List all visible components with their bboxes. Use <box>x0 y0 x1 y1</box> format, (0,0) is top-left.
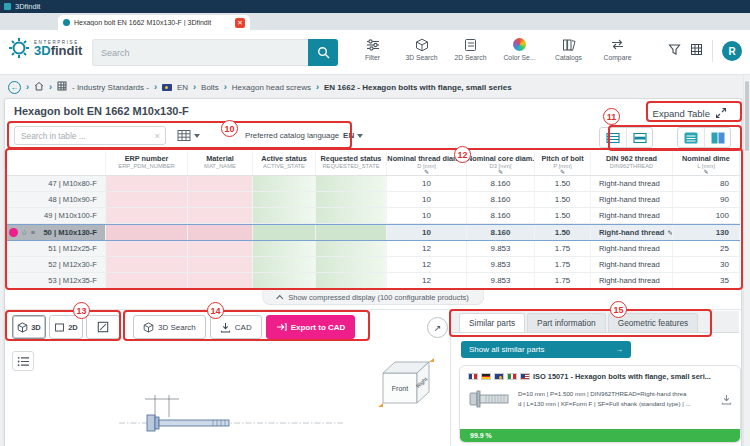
edit-pencil-icon[interactable]: ✎ <box>703 168 708 175</box>
column-din-962-thread[interactable]: DIN 962 threadDIN962THREAD <box>591 151 673 175</box>
edit-pencil-icon[interactable]: ✎ <box>424 168 429 175</box>
arrow-up-right-icon: ↗ <box>434 323 442 333</box>
table-row[interactable]: 47 | M10x80-F 10 8.160 1.50 Right-hand t… <box>6 176 740 192</box>
erp-cell <box>106 241 188 256</box>
tool-filter[interactable]: Filter <box>348 37 397 61</box>
table-row[interactable]: 53 | M12x35-F 12 9.853 1.75 Right-hand t… <box>6 273 740 289</box>
table-row[interactable]: 49 | M10x100-F 10 8.160 1.50 Right-hand … <box>6 208 740 224</box>
orientation-cube[interactable]: Front Right <box>373 349 443 407</box>
breadcrumb-item-current[interactable]: EN 1662 - Hexagon bolts with flange, sma… <box>324 83 512 92</box>
browser-tab[interactable]: Hexagon bolt EN 1662 M10x130-F | 3Dfindi… <box>58 15 250 30</box>
edit-pencil-icon[interactable]: ✎ <box>498 168 503 175</box>
table-row-view-icon[interactable] <box>600 128 626 147</box>
funnel-icon[interactable] <box>668 42 681 60</box>
column-pitch-of-bolt[interactable]: Pitch of boltP [mm]✎ <box>535 151 591 175</box>
cad-download-button[interactable]: CAD <box>210 315 262 339</box>
clear-search-icon[interactable]: × <box>155 131 165 141</box>
expand-table-button[interactable]: Expand Table <box>653 107 727 119</box>
search-icon <box>317 46 330 59</box>
row-menu-icon[interactable]: ≡ <box>31 228 35 237</box>
material-cell <box>188 192 253 207</box>
column-nominal-thread-diameter[interactable]: Nominal thread diam...D [mm]✎ <box>387 151 467 175</box>
star-icon[interactable]: ☆ <box>21 228 28 237</box>
3d-search-button[interactable]: 3D Search <box>133 315 206 339</box>
tab-geometric-features[interactable]: Geometric features <box>608 313 699 332</box>
table-row-selected[interactable]: ☆ ≡ 50 | M10x130-F 10 8.160 1.50 Right-h… <box>6 224 740 241</box>
table-columns-menu-button[interactable] <box>177 126 200 145</box>
back-button[interactable]: ← <box>8 81 21 94</box>
part-list-button[interactable] <box>12 351 34 371</box>
filter-icon <box>366 37 380 52</box>
scrollbar-thumb[interactable] <box>745 81 749 151</box>
view-toggle-group: 3D 2D <box>12 315 120 339</box>
d-cell: 10 <box>387 208 467 223</box>
tab-close-button[interactable]: ✕ <box>235 18 245 28</box>
chevron-right-icon: › <box>193 82 196 92</box>
tool-catalogs[interactable]: Catalogs <box>544 37 593 61</box>
p-cell: 1.50 <box>535 192 591 207</box>
app-icon <box>4 3 11 10</box>
view-3d-button[interactable]: 3D <box>12 315 46 339</box>
edit-pencil-icon[interactable]: ✎ <box>560 168 565 175</box>
tool-2d-search[interactable]: 2D Search <box>446 37 495 61</box>
column-erp-number[interactable]: ERP numberERP_PDM_NUMBER <box>106 151 188 175</box>
window-title: 3Dfindit <box>15 2 40 11</box>
page-scrollbar[interactable] <box>743 75 750 446</box>
popout-viewer-button[interactable]: ↗ <box>427 317 448 338</box>
catalog-icon[interactable] <box>57 81 67 93</box>
table-row-highlight-icon[interactable] <box>626 128 652 147</box>
column-nominal-dimension[interactable]: Nominal dimeL [mm]✎ <box>673 151 740 175</box>
tab-similar-parts[interactable]: Similar parts <box>459 313 525 332</box>
tool-3d-search[interactable]: 3D Search <box>397 37 446 61</box>
breadcrumb-item-industry-standards[interactable]: - Industry Standards - <box>72 83 149 92</box>
tool-color-search[interactable]: Color Se... <box>495 37 544 61</box>
preferred-language-select[interactable]: Preferred catalog language EN <box>245 126 363 145</box>
table-row[interactable]: 48 | M10x90-F 10 8.160 1.50 Right-hand t… <box>6 192 740 208</box>
logo-gear-icon <box>8 37 30 59</box>
chevron-right-icon: › <box>49 82 52 92</box>
row-number-cell: ☆ ≡ 50 | M10x130-F <box>6 225 106 240</box>
breadcrumb-item-en[interactable]: EN <box>177 83 188 92</box>
row-header-column <box>6 151 106 175</box>
show-all-similar-parts-button[interactable]: Show all similar parts → <box>461 341 631 358</box>
compressed-display-toggle[interactable]: Show compressed display (100 configurabl… <box>262 290 484 305</box>
table-search-input[interactable] <box>15 131 155 141</box>
global-search-button[interactable] <box>308 39 338 66</box>
column-nominal-core-diameter[interactable]: Nominal core diam...D3 [mm]✎ <box>467 151 535 175</box>
similar-part-card[interactable]: ISO 15071 - Hexagon bolts with flange, s… <box>459 365 741 443</box>
bolt-technical-drawing[interactable] <box>117 387 347 445</box>
flag-eu-icon <box>494 373 504 380</box>
view-drawing-button[interactable] <box>86 315 120 339</box>
table-row[interactable]: 52 | M12x30-F 12 9.853 1.75 Right-hand t… <box>6 257 740 273</box>
similar-part-title: ISO 15071 - Hexagon bolts with flange, s… <box>533 372 711 381</box>
requested-status-cell <box>316 273 387 288</box>
catalogs-icon <box>562 37 576 52</box>
erp-cell <box>106 273 188 288</box>
tab-part-information[interactable]: Part information <box>527 313 606 332</box>
table-row[interactable]: 51 | M12x25-F 12 9.853 1.75 Right-hand t… <box>6 241 740 257</box>
cube-front-label[interactable]: Front <box>392 385 408 392</box>
column-material[interactable]: MaterialMAT_NAME <box>188 151 253 175</box>
user-avatar[interactable]: R <box>722 41 742 61</box>
l-cell: 130 <box>673 225 740 240</box>
l-cell: 30 <box>673 257 740 272</box>
column-active-status[interactable]: Active statusACTIVE_STATE <box>253 151 316 175</box>
tool-compare[interactable]: Compare <box>593 37 642 61</box>
global-search-input[interactable] <box>92 39 308 66</box>
logo[interactable]: ENTERPRISE 3Dfindit <box>8 37 82 59</box>
l-cell: 90 <box>673 192 740 207</box>
breadcrumb-item-bolts[interactable]: Bolts <box>201 83 219 92</box>
column-requested-status[interactable]: Requested statusREQUESTED_STATE <box>316 151 387 175</box>
view-2d-button[interactable]: 2D <box>49 315 83 339</box>
row-number-cell: 51 | M12x25-F <box>6 241 106 256</box>
breadcrumb-item-hexagon-head-screws[interactable]: Hexagon head screws <box>232 83 311 92</box>
download-part-icon[interactable] <box>721 394 732 405</box>
home-icon[interactable] <box>34 81 44 93</box>
color-wheel-icon <box>513 37 526 52</box>
thread-cell: Right-hand thread <box>591 273 673 288</box>
grid-view-icon[interactable] <box>690 42 703 60</box>
toggle-value-table-icon[interactable] <box>678 128 704 147</box>
toggle-column-view-icon[interactable] <box>704 128 730 147</box>
side-panel-tabs: Similar parts Part information Geometric… <box>451 311 739 333</box>
export-to-cad-button[interactable]: Export to CAD <box>266 315 356 339</box>
